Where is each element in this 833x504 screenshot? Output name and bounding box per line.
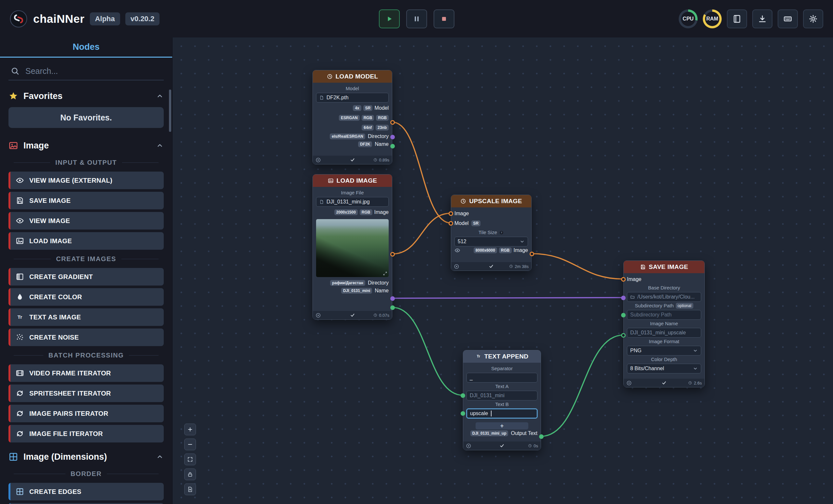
film-icon xyxy=(16,369,24,377)
base-directory-input[interactable]: /Users/kot/Library/Clou... xyxy=(627,292,701,302)
wire-directory-to-save xyxy=(392,297,623,298)
lock-viewport-button[interactable] xyxy=(184,469,196,480)
image-output-label: Image xyxy=(514,247,528,253)
sidebar-item-image-file-iterator[interactable]: IMAGE FILE ITERATOR xyxy=(8,425,164,442)
node-header[interactable]: LOAD MODEL xyxy=(313,70,392,83)
run-node-icon[interactable] xyxy=(315,157,321,163)
zoom-in-button[interactable] xyxy=(184,424,196,435)
text-a-input[interactable]: DJI_0131_mini xyxy=(467,391,538,401)
image-file-input[interactable]: DJI_0131_mini.jpg xyxy=(316,197,389,207)
node-save-image[interactable]: SAVE IMAGE Image Base Directory /Users/k… xyxy=(623,261,705,387)
run-node-icon[interactable] xyxy=(454,264,459,269)
node-upscale-image[interactable]: UPSCALE IMAGE Image Model SR Tile Size 5… xyxy=(451,195,531,271)
directory-output-handle[interactable] xyxy=(390,135,395,139)
nf-tag: 64nf xyxy=(362,125,374,130)
node-text-append[interactable]: TEXT APPEND Separator _ Text A DJI_0131_… xyxy=(463,350,541,450)
image-name-input[interactable]: DJI_0131_mini_upscale xyxy=(627,328,701,338)
image-dimensions-section-header[interactable]: Image (Dimensions) xyxy=(8,448,164,465)
sidebar-item-load-image[interactable]: LOAD IMAGE xyxy=(8,232,164,250)
sidebar-item-create-gradient[interactable]: CREATE GRADIENT xyxy=(8,268,164,286)
image-format-select[interactable]: PNG xyxy=(627,346,701,356)
add-text-input-button[interactable]: + xyxy=(476,422,528,429)
name-output-handle[interactable] xyxy=(390,305,395,310)
image-input-handle[interactable] xyxy=(449,211,453,216)
sidebar-scrollbar-thumb[interactable] xyxy=(169,90,171,132)
category-accent xyxy=(8,364,10,382)
directory-tag: els/RealESRGAN xyxy=(330,134,365,139)
text-a-input-handle[interactable] xyxy=(460,393,465,398)
directory-output-row: els/RealESRGAN Directory xyxy=(316,133,389,140)
output-text-handle[interactable] xyxy=(539,434,544,439)
sidebar-item-create-edges[interactable]: CREATE EDGES xyxy=(8,483,164,500)
preview-eye-icon[interactable] xyxy=(454,247,460,253)
image-name-input-handle[interactable] xyxy=(621,333,626,338)
model-input-handle[interactable] xyxy=(449,221,453,225)
keyboard-shortcuts-button[interactable] xyxy=(778,9,798,28)
separator-input[interactable]: _ xyxy=(467,373,538,383)
image-output-row: 8000x6000 RGB Image xyxy=(454,246,528,254)
text-b-input[interactable]: upscale xyxy=(467,409,538,418)
node-header[interactable]: LOAD IMAGE xyxy=(313,174,392,187)
node-title: LOAD IMAGE xyxy=(337,177,377,184)
image-file-value: DJI_0131_mini.jpg xyxy=(327,199,370,205)
sidebar-item-create-noise[interactable]: CREATE NOISE xyxy=(8,329,164,346)
image-section-header[interactable]: Image xyxy=(8,137,164,154)
sidebar-item-view-image-external[interactable]: VIEW IMAGE (EXTERNAL) xyxy=(8,172,164,189)
node-header[interactable]: UPSCALE IMAGE xyxy=(451,195,531,208)
sidebar-item-view-image[interactable]: VIEW IMAGE xyxy=(8,212,164,230)
subdirectory-path-input[interactable] xyxy=(627,310,701,320)
sidebar-item-label: SPRITESHEET ITERATOR xyxy=(29,390,111,397)
chevron-up-icon xyxy=(156,92,164,100)
image-dimensions-title: Image (Dimensions) xyxy=(23,452,107,462)
run-button[interactable] xyxy=(379,9,400,28)
zoom-out-button[interactable] xyxy=(184,438,196,450)
run-node-icon[interactable] xyxy=(466,443,471,449)
image-input-handle[interactable] xyxy=(621,277,626,282)
eye-icon xyxy=(16,217,24,225)
color-depth-select[interactable]: 8 Bits/Channel xyxy=(627,364,701,374)
image-output-handle[interactable] xyxy=(390,252,395,257)
sidebar-item-spritesheet-iterator[interactable]: SPRITESHEET ITERATOR xyxy=(8,385,164,402)
info-icon[interactable] xyxy=(499,230,504,235)
timer-icon xyxy=(688,381,692,385)
sidebar-item-text-as-image[interactable]: TEXT AS IMAGE xyxy=(8,308,164,326)
node-header[interactable]: TEXT APPEND xyxy=(463,350,541,363)
favorites-title: Favorites xyxy=(23,91,63,101)
model-output-handle[interactable] xyxy=(390,120,395,125)
node-load-model[interactable]: LOAD MODEL Model DF2K.pth 4x SR Model ES… xyxy=(312,70,392,164)
stop-button[interactable] xyxy=(434,9,454,28)
name-output-handle[interactable] xyxy=(390,144,395,148)
node-editor-canvas[interactable]: LOAD MODEL Model DF2K.pth 4x SR Model ES… xyxy=(172,38,833,504)
sidebar-item-save-image[interactable]: SAVE IMAGE xyxy=(8,192,164,209)
image-output-handle[interactable] xyxy=(530,252,534,256)
model-field-label: Model xyxy=(316,86,389,92)
expand-thumbnail-icon[interactable] xyxy=(383,271,387,276)
node-header[interactable]: SAVE IMAGE xyxy=(624,261,705,273)
model-file-input[interactable]: DF2K.pth xyxy=(316,93,389,102)
base-directory-input-handle[interactable] xyxy=(621,296,626,300)
tile-size-select[interactable]: 512 xyxy=(454,237,528,246)
search-input[interactable] xyxy=(25,66,162,76)
sidebar-item-video-frame-iterator[interactable]: VIDEO FRAME ITERATOR xyxy=(8,364,164,382)
text-b-input-handle[interactable] xyxy=(460,411,465,416)
export-viewport-button[interactable] xyxy=(184,483,196,495)
settings-button[interactable] xyxy=(803,9,823,28)
alpha-badge: Alpha xyxy=(90,13,120,25)
download-button[interactable] xyxy=(752,9,772,28)
text-a-value: DJI_0131_mini xyxy=(470,393,504,399)
node-docs-button[interactable] xyxy=(727,9,747,28)
gear-icon xyxy=(809,14,818,23)
directory-output-handle[interactable] xyxy=(390,296,395,301)
favorites-section-header[interactable]: Favorites xyxy=(8,88,164,104)
sidebar-item-image-pairs-iterator[interactable]: IMAGE PAIRS ITERATOR xyxy=(8,405,164,422)
node-load-image[interactable]: LOAD IMAGE Image File DJI_0131_mini.jpg … xyxy=(312,174,392,320)
sidebar-item-create-color[interactable]: CREATE COLOR xyxy=(8,288,164,306)
run-node-icon[interactable] xyxy=(315,313,321,318)
tab-nodes[interactable]: Nodes xyxy=(0,38,172,57)
image-output-label: Image xyxy=(374,209,389,215)
run-node-icon[interactable] xyxy=(626,380,632,386)
pause-button[interactable] xyxy=(406,9,427,28)
image-thumbnail[interactable] xyxy=(316,219,389,277)
fit-view-button[interactable] xyxy=(184,454,196,465)
subdirectory-input-handle[interactable] xyxy=(621,313,626,317)
